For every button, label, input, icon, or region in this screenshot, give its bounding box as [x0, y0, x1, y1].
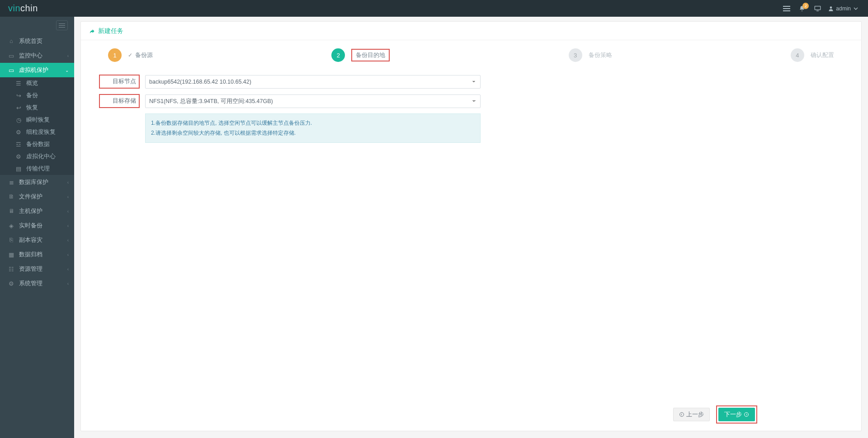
- db-icon: ≣: [7, 179, 15, 186]
- sidebar-item-label: 资源管理: [19, 265, 42, 273]
- sidebar-item-file-protect[interactable]: 🗎文件保护‹: [0, 189, 74, 204]
- user-dropdown[interactable]: admin: [828, 5, 860, 12]
- list-icon: ☰: [14, 80, 23, 87]
- label-text: 目标节点: [113, 78, 136, 85]
- chevron-left-icon: ‹: [67, 281, 69, 286]
- sidebar-sub-restore[interactable]: ↩恢复: [0, 102, 74, 114]
- step-label: 确认配置: [811, 51, 834, 59]
- chevron-left-icon: ‹: [67, 252, 69, 257]
- shield-icon: ◈: [7, 222, 15, 229]
- arrow-left-circle-icon: [679, 412, 684, 417]
- page-title-text: 新建任务: [98, 27, 123, 35]
- svg-point-6: [680, 413, 684, 417]
- file-icon: 🗎: [7, 193, 15, 200]
- archive-icon: ▦: [7, 251, 15, 258]
- chevron-left-icon: ‹: [67, 194, 69, 199]
- help-box: 1.备份数据存储目的地节点, 选择空闲节点可以缓解主节点备份压力. 2.请选择剩…: [145, 113, 481, 143]
- sidebar-item-resource[interactable]: ☷资源管理‹: [0, 262, 74, 276]
- agent-icon: ▤: [14, 165, 23, 172]
- check-icon: ✓: [128, 52, 132, 58]
- sidebar-item-realtime-backup[interactable]: ◈实时备份‹: [0, 218, 74, 233]
- sidebar-item-label: 虚拟机保护: [19, 66, 48, 74]
- sidebar-item-label: 数据库保护: [19, 179, 48, 186]
- sidebar-item-vm-protect[interactable]: ▭ 虚拟机保护 ⌄: [0, 63, 74, 77]
- sidebar-item-label: 瞬时恢复: [26, 116, 50, 124]
- sidebar-item-label: 系统管理: [19, 280, 42, 287]
- clock-icon: ◷: [14, 117, 23, 123]
- settings-icon: ⚙: [7, 280, 15, 287]
- sidebar-item-label: 系统首页: [19, 38, 42, 45]
- form-row-target-storage: 目标存储 NFS1(NFS, 总容量:3.94TB, 可用空间:435.47GB…: [99, 94, 843, 108]
- sidebar-item-monitor[interactable]: ▭ 监控中心 ‹: [0, 48, 74, 63]
- user-name: admin: [836, 5, 851, 12]
- database-icon: ☲: [14, 141, 23, 148]
- panel-title: 新建任务: [81, 22, 861, 40]
- monitor-icon[interactable]: [811, 2, 824, 15]
- chevron-left-icon: ‹: [67, 238, 69, 243]
- gear-icon: ⚙: [14, 129, 23, 136]
- sidebar-item-label: 主机保护: [19, 207, 42, 215]
- host-icon: 🖥: [7, 208, 15, 214]
- brand-logo: vinchin: [8, 3, 38, 14]
- sidebar-sub-instant-restore[interactable]: ◷瞬时恢复: [0, 114, 74, 126]
- sidebar-sub-backup[interactable]: ↪备份: [0, 89, 74, 102]
- reply-icon: ↩: [14, 104, 23, 111]
- step-label: 备份源: [135, 51, 153, 59]
- step-3[interactable]: 3 备份策略: [569, 48, 612, 62]
- sidebar-item-home[interactable]: ⌂ 系统首页: [0, 34, 74, 48]
- prev-button[interactable]: 上一步: [673, 408, 710, 421]
- label-text: 目标存储: [113, 98, 136, 104]
- step-1[interactable]: 1 ✓ 备份源: [108, 48, 153, 62]
- button-label: 上一步: [686, 411, 704, 419]
- sidebar-item-label: 概览: [26, 80, 38, 87]
- chevron-left-icon: ‹: [67, 180, 69, 185]
- step-label: 备份策略: [589, 51, 612, 59]
- arrow-right-circle-icon: [744, 412, 749, 417]
- copy-icon: ⎘: [7, 237, 15, 243]
- step-label-highlight: 备份目的地: [351, 49, 390, 61]
- display-icon: ▭: [7, 67, 15, 74]
- sidebar-item-replica-dr[interactable]: ⎘副本容灾‹: [0, 233, 74, 247]
- sidebar-item-db-protect[interactable]: ≣数据库保护‹: [0, 175, 74, 189]
- step-2[interactable]: 2 备份目的地: [331, 48, 390, 62]
- step-number: 2: [331, 48, 345, 62]
- svg-rect-0: [783, 6, 790, 7]
- sidebar-item-label: 备份数据: [26, 141, 50, 148]
- select-target-node[interactable]: backup6542(192.168.65.42 10.10.65.42): [145, 75, 481, 89]
- topbar: vinchin 2 admin: [0, 0, 868, 17]
- form: 目标节点 backup6542(192.168.65.42 10.10.65.4…: [81, 70, 861, 143]
- sidebar-toggle[interactable]: [0, 17, 74, 34]
- svg-rect-1: [783, 8, 790, 9]
- share-icon: [89, 28, 95, 34]
- sidebar: ⌂ 系统首页 ▭ 监控中心 ‹ ▭ 虚拟机保护 ⌄ ☰概览 ↪备份 ↩恢复 ◷瞬…: [0, 17, 74, 438]
- label-target-storage: 目标存储: [99, 94, 140, 108]
- step-number: 4: [791, 48, 804, 62]
- notification-badge: 2: [802, 3, 809, 9]
- sidebar-item-label: 副本容灾: [19, 236, 42, 244]
- notification-bell-icon[interactable]: 2: [795, 2, 809, 15]
- sidebar-item-archive[interactable]: ▦数据归档‹: [0, 247, 74, 262]
- sidebar-item-label: 监控中心: [19, 52, 42, 60]
- select-target-storage[interactable]: NFS1(NFS, 总容量:3.94TB, 可用空间:435.47GB): [145, 94, 481, 108]
- cog-icon: ⚙: [14, 153, 23, 160]
- chevron-left-icon: ‹: [67, 53, 69, 58]
- step-label: 备份目的地: [356, 52, 385, 58]
- brand-prefix: vin: [8, 3, 20, 13]
- sidebar-sub-virtual-center[interactable]: ⚙虚拟化中心: [0, 151, 74, 163]
- sidebar-sub-overview[interactable]: ☰概览: [0, 77, 74, 89]
- sidebar-item-label: 备份: [26, 92, 38, 99]
- sidebar-sub-transport-agent[interactable]: ▤传输代理: [0, 163, 74, 175]
- sidebar-sub-backup-data[interactable]: ☲备份数据: [0, 138, 74, 151]
- sidebar-item-label: 虚拟化中心: [26, 153, 56, 160]
- sidebar-item-system[interactable]: ⚙系统管理‹: [0, 276, 74, 291]
- sidebar-submenu: ☰概览 ↪备份 ↩恢复 ◷瞬时恢复 ⚙细粒度恢复 ☲备份数据 ⚙虚拟化中心 ▤传…: [0, 77, 74, 175]
- chevron-left-icon: ‹: [67, 209, 69, 214]
- sidebar-sub-granular-restore[interactable]: ⚙细粒度恢复: [0, 126, 74, 138]
- next-button-highlight: 下一步: [716, 405, 757, 424]
- sidebar-item-host-protect[interactable]: 🖥主机保护‹: [0, 204, 74, 218]
- main-content: 新建任务 1 ✓ 备份源 2 备份目的地 3 备份策略 4: [74, 17, 868, 438]
- topbar-list-icon[interactable]: [780, 2, 793, 15]
- chevron-down-icon: ⌄: [65, 68, 69, 73]
- step-4[interactable]: 4 确认配置: [791, 48, 834, 62]
- next-button[interactable]: 下一步: [718, 408, 755, 421]
